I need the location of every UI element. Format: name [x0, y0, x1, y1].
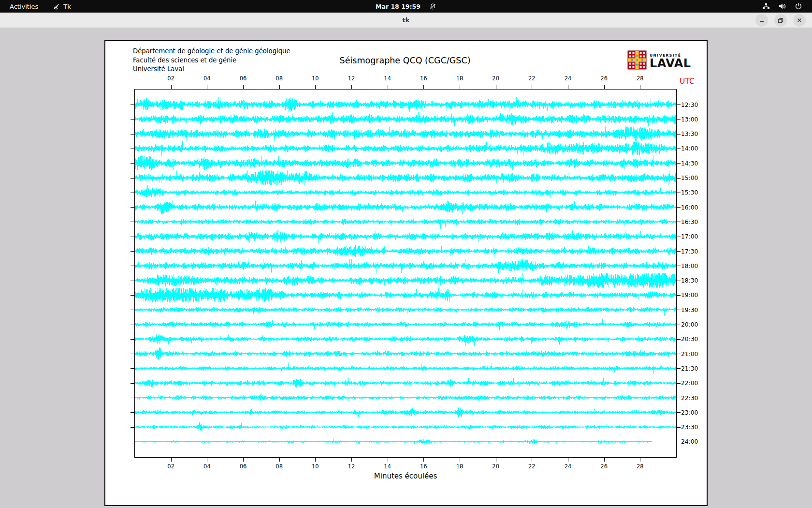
row-time-label: 15:00 — [681, 175, 698, 181]
maximize-button[interactable] — [774, 14, 787, 27]
row-tick-left — [130, 178, 134, 179]
x-tick-label-top: 24 — [565, 75, 572, 82]
header-line: Département de géologie et de génie géol… — [133, 47, 290, 56]
row-tick-left — [130, 207, 134, 208]
laval-shield-icon — [627, 50, 647, 72]
x-tick-mark-bottom — [351, 458, 352, 462]
row-tick-right — [677, 427, 681, 428]
x-tick-label-bottom: 26 — [600, 463, 608, 470]
row-time-label: 23:00 — [681, 409, 698, 416]
row-time-label: 12:30 — [681, 102, 698, 108]
logo-text-laval: LAVAL — [650, 58, 691, 69]
x-tick-mark-bottom — [171, 458, 172, 462]
focused-app-indicator[interactable]: Tk — [53, 3, 71, 10]
clock-calendar-button[interactable]: Mar 18 19:59 — [376, 3, 420, 10]
x-tick-label-bottom: 10 — [312, 463, 319, 470]
x-tick-mark-bottom — [388, 458, 388, 462]
row-tick-right — [677, 119, 681, 120]
row-tick-left — [130, 412, 134, 413]
row-time-label: 24:00 — [681, 438, 698, 445]
row-tick-right — [677, 251, 681, 252]
row-time-label: 16:30 — [681, 219, 698, 225]
notifications-muted-icon[interactable] — [429, 3, 436, 10]
row-tick-right — [677, 295, 681, 296]
row-time-label: 21:00 — [681, 351, 698, 358]
row-tick-right — [677, 178, 681, 179]
row-time-label: 13:30 — [681, 131, 698, 137]
x-axis-label: Minutes écoulées — [134, 472, 677, 480]
seismograph-figure: Département de géologie et de génie géol… — [104, 40, 708, 506]
row-tick-left — [130, 237, 134, 237]
row-time-label: 18:30 — [681, 277, 698, 284]
row-tick-right — [677, 398, 681, 398]
x-tick-label-bottom: 20 — [492, 463, 499, 470]
row-tick-right — [677, 266, 681, 266]
x-tick-mark-top — [640, 85, 640, 89]
row-tick-right — [677, 310, 681, 310]
x-tick-label-bottom: 16 — [420, 463, 427, 470]
x-tick-label-top: 12 — [348, 75, 355, 82]
x-tick-mark-top — [604, 85, 605, 89]
row-time-label: 14:00 — [681, 145, 698, 152]
row-time-label: 21:30 — [681, 365, 698, 372]
x-tick-mark-bottom — [460, 458, 460, 462]
row-time-label: 17:30 — [681, 248, 698, 255]
x-tick-mark-top — [496, 85, 496, 89]
row-tick-left — [130, 427, 134, 428]
row-time-label: 16:00 — [681, 204, 698, 211]
minimize-button[interactable] — [755, 14, 768, 27]
row-tick-left — [130, 295, 134, 296]
x-tick-label-top: 20 — [492, 75, 499, 82]
gnome-top-bar: Activities Tk Mar 18 19:59 — [0, 0, 812, 13]
row-time-label: 19:30 — [681, 307, 698, 314]
x-tick-label-top: 04 — [203, 75, 211, 82]
seismogram-traces-canvas — [135, 90, 676, 457]
row-time-label: 13:00 — [681, 116, 698, 123]
row-tick-right — [677, 149, 681, 149]
seismogram-plot-area — [134, 89, 677, 458]
row-time-label: 22:00 — [681, 380, 698, 387]
row-tick-right — [677, 339, 681, 340]
row-tick-left — [130, 398, 134, 398]
x-tick-mark-bottom — [423, 458, 424, 462]
row-tick-right — [677, 193, 681, 193]
x-tick-mark-top — [351, 85, 352, 89]
x-tick-label-bottom: 06 — [240, 463, 247, 470]
x-tick-mark-bottom — [568, 458, 568, 462]
window-title: tk — [403, 16, 410, 24]
x-tick-mark-bottom — [207, 458, 207, 462]
x-tick-label-top: 16 — [420, 75, 427, 82]
x-tick-label-top: 08 — [276, 75, 283, 82]
activities-button[interactable]: Activities — [8, 3, 40, 10]
x-tick-mark-top — [315, 85, 316, 89]
row-tick-right — [677, 105, 681, 105]
row-tick-left — [130, 442, 134, 442]
x-tick-label-top: 06 — [240, 75, 247, 82]
x-tick-label-bottom: 28 — [637, 463, 644, 470]
row-tick-right — [677, 222, 681, 222]
x-tick-mark-bottom — [243, 458, 244, 462]
row-tick-right — [677, 354, 681, 354]
window-titlebar[interactable]: tk — [0, 13, 812, 28]
row-tick-right — [677, 207, 681, 208]
row-tick-left — [130, 251, 134, 252]
row-tick-right — [677, 368, 681, 369]
row-tick-left — [130, 105, 134, 105]
row-tick-left — [130, 368, 134, 369]
close-button[interactable] — [793, 14, 806, 27]
x-tick-mark-top — [388, 85, 388, 89]
row-tick-left — [130, 163, 134, 164]
x-tick-mark-bottom — [640, 458, 640, 462]
tk-window-content: Département de géologie et de génie géol… — [0, 29, 812, 508]
row-time-label: 22:30 — [681, 395, 698, 402]
universite-laval-logo: UNIVERSITÉ LAVAL — [627, 50, 691, 72]
row-tick-right — [677, 442, 681, 442]
x-tick-label-top: 26 — [600, 75, 608, 82]
x-tick-mark-top — [243, 85, 244, 89]
x-tick-label-bottom: 22 — [528, 463, 536, 470]
row-tick-left — [130, 310, 134, 310]
x-tick-label-top: 10 — [312, 75, 319, 82]
system-status-area[interactable] — [762, 0, 812, 13]
x-tick-label-bottom: 18 — [456, 463, 464, 470]
row-tick-right — [677, 325, 681, 325]
